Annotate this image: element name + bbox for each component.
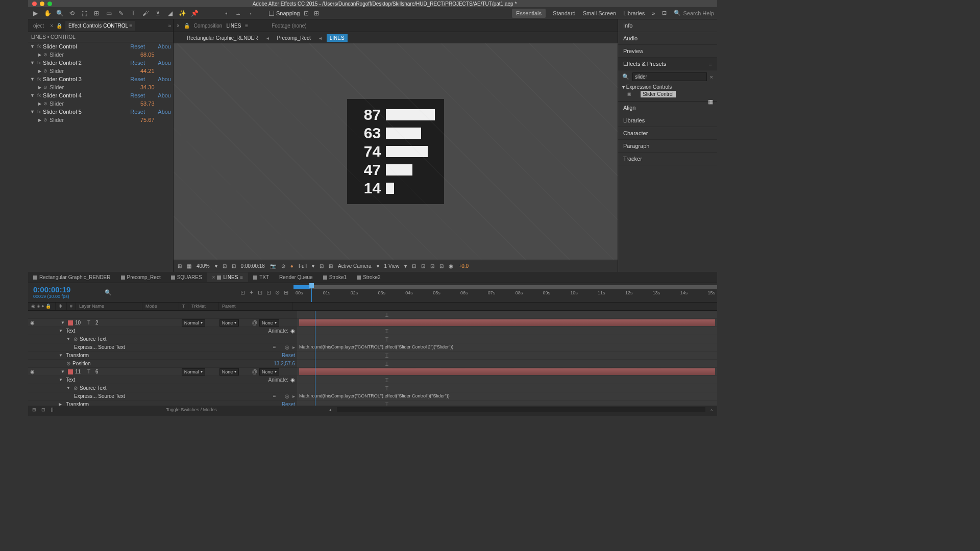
keyframe-ibeam-icon[interactable]: ⌶ [385, 402, 388, 406]
stopwatch-icon[interactable]: ⊘ [43, 52, 47, 57]
selection-tool-icon[interactable]: ▶ [31, 9, 39, 17]
timeline-tab[interactable]: Stroke1 [318, 272, 352, 282]
keyframe-ibeam-icon[interactable]: ⌶ [385, 328, 388, 334]
zoom-dropdown[interactable]: 400% [197, 263, 210, 269]
slider-value[interactable]: 68.05 [140, 52, 171, 58]
fx-badge-icon[interactable]: fx [37, 60, 41, 65]
footage-tab[interactable]: Footage (none) [272, 23, 306, 29]
lock-comp-icon[interactable]: 🔒 [184, 23, 190, 29]
tracker-panel-header[interactable]: Tracker [618, 153, 717, 165]
snap-opt2-icon[interactable]: ⊞ [312, 9, 321, 17]
slider-value[interactable]: 53.73 [140, 101, 171, 107]
slider-prop-label[interactable]: Slider [50, 117, 138, 123]
track-row[interactable]: ⌶ [297, 311, 717, 319]
twirl-right-icon[interactable]: ▶ [38, 53, 41, 57]
fx-badge-icon[interactable]: fx [37, 77, 41, 82]
transparency-icon[interactable]: ▦ [187, 263, 191, 269]
keyframe-ibeam-icon[interactable]: ⌶ [385, 361, 388, 366]
pickwhip-icon[interactable]: @ [252, 320, 257, 325]
clear-search-icon[interactable]: × [710, 74, 713, 80]
twirl-down-icon[interactable]: ▼ [66, 337, 71, 341]
visibility-icon[interactable]: ◉ [30, 369, 36, 374]
expression-text[interactable]: Math.round(thisComp.layer("CONTROL").eff… [299, 344, 453, 349]
resolution-dropdown[interactable]: Full [299, 263, 307, 269]
toggle-modes-icon[interactable]: ⊡ [41, 407, 45, 412]
track-row[interactable]: Math.round(thisComp.layer("CONTROL").eff… [297, 343, 717, 352]
keyframe-ibeam-icon[interactable]: ⌶ [385, 353, 388, 358]
col-layer-name[interactable]: Layer Name [76, 303, 142, 310]
preview-panel-header[interactable]: Preview [618, 45, 717, 58]
chevron-down-icon[interactable]: ▾ [404, 263, 407, 269]
label-color[interactable] [68, 320, 73, 325]
expression-row[interactable]: Express... Source Text= ◎▸ [28, 392, 297, 400]
workspace-small[interactable]: Small Screen [583, 10, 616, 16]
viewer-timecode[interactable]: 0:00:00:18 [241, 263, 265, 269]
fast-draft-icon[interactable]: ⊡ [421, 263, 425, 269]
brackets-icon[interactable]: {} [51, 407, 54, 412]
track-row[interactable]: ⌶ [297, 376, 717, 384]
text-group-row[interactable]: ▼TextAnimate:◉ [28, 376, 297, 384]
info-panel-header[interactable]: Info [618, 19, 717, 32]
type-tool-icon[interactable]: T [129, 9, 137, 17]
maximize-dot[interactable] [47, 2, 52, 6]
pixel-aspect-icon[interactable]: ⊡ [412, 263, 416, 269]
keyframe-ibeam-icon[interactable]: ⌶ [385, 377, 388, 383]
close-tab-icon[interactable]: × [212, 274, 215, 280]
shape-tool-icon[interactable]: ▭ [105, 9, 113, 17]
tree-leaf-slider-control[interactable]: Slider Control [641, 91, 676, 97]
reset-link[interactable]: Reset [130, 92, 156, 98]
close-dot[interactable] [32, 2, 37, 6]
transform-group-row[interactable]: ▼TransformReset [28, 352, 297, 360]
parent-dropdown[interactable]: None [259, 319, 279, 327]
grid-guides-icon[interactable]: ⊞ [329, 263, 333, 269]
trkmat-dropdown[interactable]: None [219, 368, 239, 375]
paragraph-panel-header[interactable]: Paragraph [618, 140, 717, 153]
track-row[interactable]: ⌶ [297, 327, 717, 335]
track-row[interactable]: Math.round(thisComp.layer("CONTROL").eff… [297, 392, 717, 400]
transform-group-row[interactable]: ▶TransformReset [28, 400, 297, 406]
motion-blur-icon[interactable]: ⊘ [275, 289, 280, 296]
snap-opt1-icon[interactable]: ⊡ [302, 9, 310, 17]
hand-tool-icon[interactable]: ✋ [43, 9, 52, 17]
roi-icon[interactable]: ⊡ [320, 263, 324, 269]
twirl-right-icon[interactable]: ▶ [38, 118, 41, 122]
timeline-search-icon[interactable]: 🔍 [105, 289, 112, 296]
twirl-right-icon[interactable]: ▶ [38, 102, 41, 106]
clone-tool-icon[interactable]: ⊻ [154, 9, 162, 17]
trkmat-dropdown[interactable]: None [219, 319, 239, 327]
toggle-switches-icon[interactable]: ⊞ [32, 407, 36, 412]
twirl-down-icon[interactable]: ▼ [59, 378, 64, 382]
brush-tool-icon[interactable]: 🖌 [141, 9, 150, 17]
reset-link[interactable]: Reset [282, 353, 295, 358]
slider-value[interactable]: 34.30 [140, 84, 171, 90]
effects-presets-header[interactable]: Effects & Presets≡ [618, 58, 717, 70]
track-row[interactable] [297, 368, 717, 376]
exposure-value[interactable]: +0.0 [458, 263, 469, 269]
lock-icon[interactable]: 🔒 [56, 23, 62, 29]
fx-badge-icon[interactable]: fx [37, 109, 41, 114]
grid-icon[interactable]: ⊞ [178, 263, 182, 269]
twirl-down-icon[interactable]: ▼ [30, 93, 35, 98]
rotate-tool-icon[interactable]: ⟲ [68, 9, 76, 17]
tree-category[interactable]: ▾ Expression Controls [622, 84, 713, 90]
effect-name[interactable]: Slider Control [43, 43, 128, 49]
position-prop-row[interactable]: ⊘Position13.2,57.6 [28, 360, 297, 368]
snapshot-icon[interactable]: 📷 [270, 263, 276, 269]
composition-viewer[interactable]: 87 63 74 47 14 [174, 43, 618, 260]
twirl-right-icon[interactable]: ▶ [38, 85, 41, 90]
close-comp-icon[interactable]: × [177, 23, 180, 29]
visibility-icon[interactable]: ◉ [30, 320, 36, 325]
effect-controls-tab[interactable]: Effect Controls CONTROL ≡ [65, 21, 135, 31]
twirl-right-icon[interactable]: ▶ [59, 402, 64, 406]
search-help-input[interactable]: Search Help [683, 10, 714, 16]
layer-row[interactable]: ◉ ▼ 11 T 6 Normal None @ None [28, 368, 297, 376]
stopwatch-icon[interactable]: ⊘ [74, 385, 78, 391]
effect-name[interactable]: Slider Control 4 [43, 92, 128, 98]
track-row[interactable] [297, 319, 717, 327]
label-color[interactable] [68, 369, 73, 374]
axis-local-icon[interactable]: ⫞ [222, 9, 230, 17]
crumb-lines[interactable]: LINES [327, 34, 348, 42]
about-link[interactable]: Abou [158, 43, 171, 49]
timeline-tab[interactable]: SQUARES [166, 272, 207, 282]
zoom-in-icon[interactable]: ▵ [710, 407, 713, 412]
